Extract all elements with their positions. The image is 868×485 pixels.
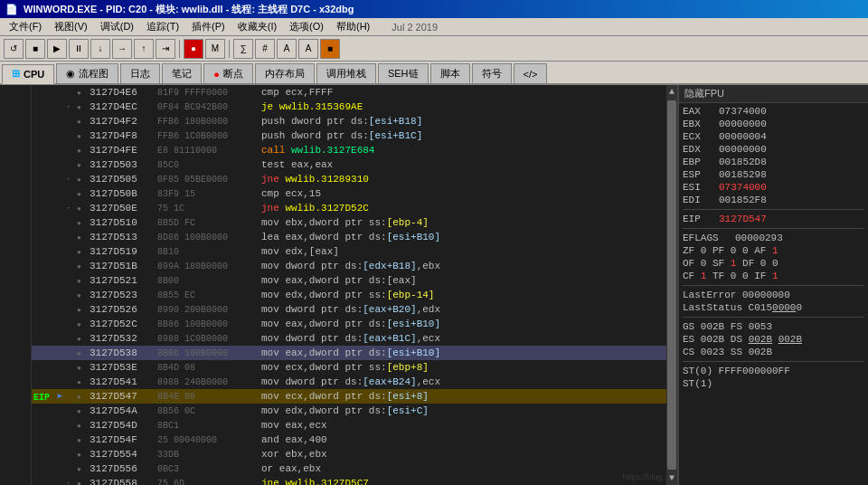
table-row[interactable]: ●3127D4E681F9 FFFF0000cmp ecx,FFFF xyxy=(32,85,666,100)
address-cell[interactable]: 3127D523 xyxy=(86,288,154,302)
table-row[interactable]: ●3127D53E8B4D 08mov ecx,dword ptr ss:[eb… xyxy=(32,360,666,375)
address-cell[interactable]: 3127D4F8 xyxy=(86,128,154,143)
reg-eip[interactable]: EIP3127D547 xyxy=(683,213,864,225)
tb-restart[interactable]: ↺ xyxy=(4,39,24,59)
disasm-scrollbar[interactable]: ▲ ▼ xyxy=(666,85,677,485)
table-row[interactable]: ●3127D5268990 200B0000mov dword ptr ds:[… xyxy=(32,302,666,317)
tab-cpu[interactable]: ⊞ CPU xyxy=(2,64,54,84)
tb-mem[interactable]: M xyxy=(205,39,225,59)
address-cell[interactable]: 3127D503 xyxy=(86,157,154,172)
tab-memory[interactable]: 内存布局 xyxy=(255,63,315,83)
tab-notes[interactable]: 笔记 xyxy=(162,63,202,83)
table-row[interactable]: ●3127D55433DBxor ebx,ebx xyxy=(32,447,666,461)
table-row[interactable]: ●3127D51B899A 180B0000mov dword ptr ds:[… xyxy=(32,259,666,273)
address-cell[interactable]: 3127D541 xyxy=(86,375,154,389)
table-row[interactable]: ●3127D5238B55 ECmov edx,dword ptr ss:[eb… xyxy=(32,288,666,302)
table-row[interactable]: ●3127D50B83F9 15cmp ecx,15 xyxy=(32,186,666,201)
tb-step-over[interactable]: → xyxy=(112,39,132,59)
address-cell[interactable]: 3127D50B xyxy=(86,186,154,201)
address-cell[interactable]: 3127D521 xyxy=(86,273,154,288)
table-row[interactable]: ●3127D5418988 240B0000mov dword ptr ds:[… xyxy=(32,375,666,389)
reg-eflags[interactable]: EFLAGS00000293 xyxy=(683,232,864,244)
address-cell[interactable]: 3127D50E xyxy=(86,201,154,215)
tab-callstack[interactable]: 调用堆栈 xyxy=(316,63,376,83)
address-cell[interactable]: 3127D519 xyxy=(86,244,154,259)
table-row[interactable]: ·●3127D50E75 1Cjne wwlib.3127D52C xyxy=(32,201,666,215)
reg-ebp[interactable]: EBP001852D8 xyxy=(683,156,864,168)
table-row[interactable]: ●3127D5328988 1C0B0000mov dword ptr ds:[… xyxy=(32,331,666,346)
address-cell[interactable]: 3127D556 xyxy=(86,461,154,476)
tb-stop[interactable]: ■ xyxy=(25,39,45,59)
tb-font[interactable]: A xyxy=(277,39,297,59)
table-row[interactable]: ●3127D5198B10mov edx,[eax] xyxy=(32,244,666,259)
reg-esp[interactable]: ESP00185298 xyxy=(683,168,864,181)
tb-font2[interactable]: A xyxy=(298,39,318,59)
address-cell[interactable]: 3127D53E xyxy=(86,360,154,375)
reg-last-status[interactable]: LastStatus C01500000 xyxy=(683,301,864,314)
table-row[interactable]: ●3127D50385C0test eax,eax xyxy=(32,157,666,172)
table-row[interactable]: ●3127D4F2FFB6 180B0000push dword ptr ds:… xyxy=(32,114,666,128)
menu-help[interactable]: 帮助(H) xyxy=(331,19,375,34)
reg-ebx[interactable]: EBX00000000 xyxy=(683,118,864,130)
table-row[interactable]: ●3127D54F25 00040000and eax,400 xyxy=(32,433,666,447)
address-cell[interactable]: 3127D4EC xyxy=(86,100,154,114)
tb-pause[interactable]: ⏸ xyxy=(69,39,89,59)
address-cell[interactable]: 3127D526 xyxy=(86,302,154,317)
table-row[interactable]: ●3127D4FEE8 81110000call wwlib.3127E684 xyxy=(32,143,666,157)
address-cell[interactable]: 3127D54A xyxy=(86,404,154,418)
table-row[interactable]: ●3127D5138D86 100B0000lea eax,dword ptr … xyxy=(32,230,666,244)
table-row[interactable]: ●3127D54A8B56 0Cmov edx,dword ptr ds:[es… xyxy=(32,404,666,418)
address-cell[interactable]: 3127D510 xyxy=(86,215,154,230)
tb-run[interactable]: ▶ xyxy=(47,39,67,59)
tab-symbols[interactable]: 符号 xyxy=(472,63,512,83)
table-row[interactable]: ·●3127D5050F85 05BE0000jne wwlib.3128931… xyxy=(32,172,666,186)
tb-bp[interactable]: ● xyxy=(184,39,203,59)
address-cell[interactable]: 3127D4FE xyxy=(86,143,154,157)
menu-debug[interactable]: 调试(D) xyxy=(95,19,139,34)
tb-asm[interactable]: ∑ xyxy=(233,39,253,59)
address-cell[interactable]: 3127D547 xyxy=(86,389,154,404)
tab-flowchart[interactable]: ◉ 流程图 xyxy=(56,63,118,83)
table-row[interactable]: ·●3127D55875 6Djne wwlib.3127D5C7 xyxy=(32,476,666,485)
table-row[interactable]: ●3127D52C8B86 100B0000mov eax,dword ptr … xyxy=(32,317,666,331)
menu-fav[interactable]: 收藏夹(I) xyxy=(232,19,282,34)
address-cell[interactable]: 3127D505 xyxy=(86,172,154,186)
reg-esi[interactable]: ESI07374000 xyxy=(683,181,864,194)
tab-script[interactable]: 脚本 xyxy=(430,63,470,83)
tab-breakpoints[interactable]: ● 断点 xyxy=(203,63,253,83)
menu-file[interactable]: 文件(F) xyxy=(4,19,47,34)
tb-step-out[interactable]: ↑ xyxy=(134,39,154,59)
table-row[interactable]: ●3127D4F8FFB6 1C0B0000push dword ptr ds:… xyxy=(32,128,666,143)
tb-step-into[interactable]: ↓ xyxy=(90,39,110,59)
table-row[interactable]: ●3127D5108B5D FCmov ebx,dword ptr ss:[eb… xyxy=(32,215,666,230)
table-row[interactable]: ●3127D5560BC3or eax,ebx xyxy=(32,461,666,476)
address-cell[interactable]: 3127D51B xyxy=(86,259,154,273)
address-cell[interactable]: 3127D558 xyxy=(86,476,154,485)
address-cell[interactable]: 3127D54D xyxy=(86,418,154,433)
tab-log[interactable]: 日志 xyxy=(120,63,160,83)
tb-run-to[interactable]: ⇥ xyxy=(156,39,175,59)
reg-eax[interactable]: EAX07374000 xyxy=(683,105,864,118)
table-row[interactable]: ●3127D5218B00mov eax,dword ptr ds:[eax] xyxy=(32,273,666,288)
address-cell[interactable]: 3127D4F2 xyxy=(86,114,154,128)
address-cell[interactable]: 3127D54F xyxy=(86,433,154,447)
menu-plugin[interactable]: 插件(P) xyxy=(186,19,231,34)
reg-edx[interactable]: EDX00000000 xyxy=(683,143,864,156)
table-row[interactable]: EIP ➤●3127D5478B4E 08mov ecx,dword ptr d… xyxy=(32,389,666,404)
address-cell[interactable]: 3127D538 xyxy=(86,346,154,360)
address-cell[interactable]: 3127D554 xyxy=(86,447,154,461)
menu-options[interactable]: 选项(O) xyxy=(284,19,329,34)
tb-plugin[interactable]: ■ xyxy=(320,39,340,59)
reg-edi[interactable]: EDI001852F8 xyxy=(683,194,864,206)
table-row[interactable]: ·●3127D4EC0F84 BC942B00je wwlib.315369AE xyxy=(32,100,666,114)
address-cell[interactable]: 3127D52C xyxy=(86,317,154,331)
address-cell[interactable]: 3127D532 xyxy=(86,331,154,346)
reg-ecx[interactable]: ECX00000004 xyxy=(683,130,864,143)
address-cell[interactable]: 3127D513 xyxy=(86,230,154,244)
reg-last-error[interactable]: LastError 00000000 xyxy=(683,289,864,301)
scroll-up[interactable]: ▲ xyxy=(667,85,676,99)
table-row[interactable]: ●3127D5388B86 100B0000mov eax,dword ptr … xyxy=(32,346,666,360)
tb-hex[interactable]: # xyxy=(255,39,275,59)
tab-seh[interactable]: SEH链 xyxy=(378,63,429,83)
address-cell[interactable]: 3127D4E6 xyxy=(86,85,154,100)
